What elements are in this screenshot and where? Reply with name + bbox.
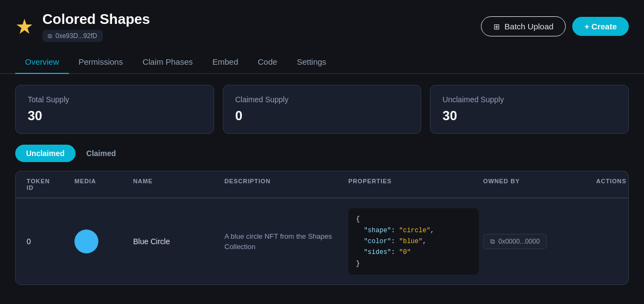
unclaimed-supply-card: Unclaimed Supply 30 xyxy=(430,85,629,134)
col-description: DESCRIPTION xyxy=(224,178,344,191)
tab-embed[interactable]: Embed xyxy=(203,51,248,74)
nav-tabs: Overview Permissions Claim Phases Embed … xyxy=(0,51,644,74)
star-icon: ★ xyxy=(15,16,34,37)
cell-owned-by: ⧉ 0x0000...0000 xyxy=(483,234,592,249)
filter-unclaimed-button[interactable]: Unclaimed xyxy=(15,145,76,162)
batch-upload-icon: ⊞ xyxy=(493,22,500,31)
tab-code[interactable]: Code xyxy=(248,51,287,74)
project-title: Colored Shapes xyxy=(42,11,472,28)
batch-upload-label: Batch Upload xyxy=(504,22,553,31)
total-supply-label: Total Supply xyxy=(28,95,202,104)
tab-claim-phases[interactable]: Claim Phases xyxy=(133,51,203,74)
col-media: MEDIA xyxy=(74,178,129,191)
stats-row: Total Supply 30 Claimed Supply 0 Unclaim… xyxy=(0,74,644,145)
unclaimed-supply-value: 30 xyxy=(442,108,616,123)
filter-row: Unclaimed Claimed xyxy=(0,145,644,171)
owned-copy-icon: ⧉ xyxy=(490,238,495,245)
total-supply-value: 30 xyxy=(28,108,202,123)
filter-claimed-button[interactable]: Claimed xyxy=(76,145,127,162)
header-title-block: Colored Shapes ⧉ 0xe93D...92fD xyxy=(42,11,472,42)
copy-icon: ⧉ xyxy=(48,33,52,40)
nft-media-circle xyxy=(74,229,98,253)
create-label: + Create xyxy=(584,22,617,31)
cell-name: Blue Circle xyxy=(133,237,220,246)
claimed-supply-value: 0 xyxy=(235,108,409,123)
col-name: NAME xyxy=(133,178,220,191)
owned-by-badge[interactable]: ⧉ 0x0000...0000 xyxy=(483,234,547,249)
cell-properties: { "shape": "circle", "color": "blue", "s… xyxy=(348,208,479,275)
unclaimed-supply-label: Unclaimed Supply xyxy=(442,95,616,104)
address-badge[interactable]: ⧉ 0xe93D...92fD xyxy=(42,30,103,42)
cell-description: A blue circle NFT from the Shapes Collec… xyxy=(224,231,344,252)
table-header: TOKENID MEDIA NAME DESCRIPTION PROPERTIE… xyxy=(16,171,628,198)
tab-settings[interactable]: Settings xyxy=(287,51,336,74)
total-supply-card: Total Supply 30 xyxy=(15,85,214,134)
create-button[interactable]: + Create xyxy=(572,17,629,36)
cell-media xyxy=(74,229,129,253)
address-text: 0xe93D...92fD xyxy=(55,32,97,40)
col-properties: PROPERTIES xyxy=(348,178,479,191)
claimed-supply-label: Claimed Supply xyxy=(235,95,409,104)
col-token-id: TOKENID xyxy=(27,178,70,191)
table-row: 0 Blue Circle A blue circle NFT from the… xyxy=(16,198,628,284)
cell-token-id: 0 xyxy=(27,237,70,246)
properties-block: { "shape": "circle", "color": "blue", "s… xyxy=(348,208,479,275)
header-actions: ⊞ Batch Upload + Create xyxy=(481,16,629,36)
header: ★ Colored Shapes ⧉ 0xe93D...92fD ⊞ Batch… xyxy=(0,0,644,51)
col-owned-by: OWNED BY xyxy=(483,178,592,191)
tab-overview[interactable]: Overview xyxy=(15,51,69,74)
batch-upload-button[interactable]: ⊞ Batch Upload xyxy=(481,16,566,36)
claimed-supply-card: Claimed Supply 0 xyxy=(223,85,422,134)
nft-table: TOKENID MEDIA NAME DESCRIPTION PROPERTIE… xyxy=(15,171,629,285)
col-actions: ACTIONS xyxy=(596,178,629,191)
tab-permissions[interactable]: Permissions xyxy=(69,51,133,74)
owned-address: 0x0000...0000 xyxy=(498,238,540,245)
